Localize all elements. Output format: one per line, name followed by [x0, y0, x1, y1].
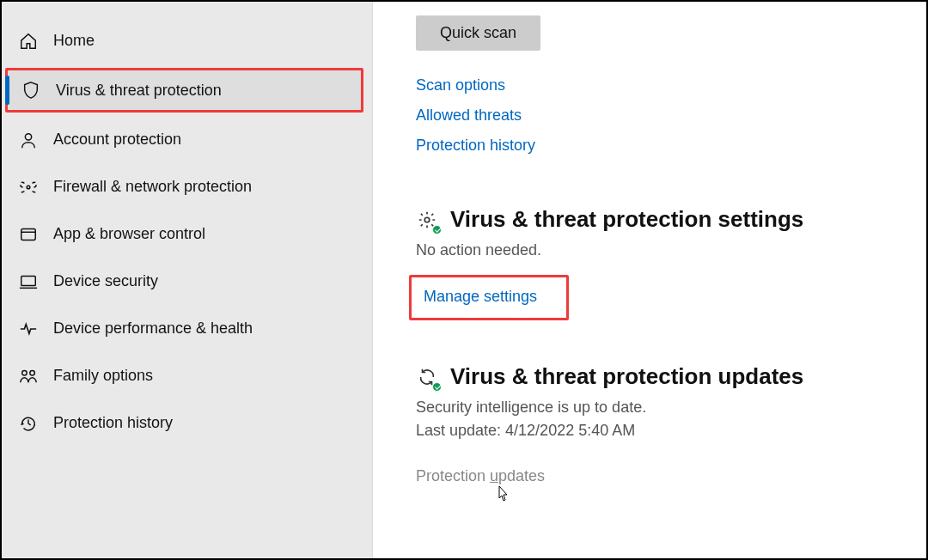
sidebar-item-label: App & browser control: [53, 225, 205, 243]
manage-settings-highlight: Manage settings: [409, 275, 569, 320]
sidebar-item-label: Family options: [53, 367, 153, 385]
sidebar-item-label: Firewall & network protection: [53, 178, 252, 196]
updates-section-header: Virus & threat protection updates: [416, 363, 901, 390]
svg-rect-2: [21, 228, 36, 240]
protection-updates-link[interactable]: Protection updates: [416, 467, 545, 485]
sidebar-item-family[interactable]: Family options: [2, 352, 372, 399]
protection-updates-text-prefix: Protection: [416, 467, 490, 484]
scan-options-link[interactable]: Scan options: [416, 76, 901, 94]
device-icon: [19, 272, 38, 291]
sidebar-item-label: Device security: [53, 272, 158, 290]
settings-section-header: Virus & threat protection settings: [416, 206, 901, 233]
manage-settings-link[interactable]: Manage settings: [424, 288, 537, 305]
shield-icon: [21, 81, 40, 100]
quick-scan-button[interactable]: Quick scan: [416, 15, 540, 51]
svg-point-8: [424, 217, 430, 222]
heartbeat-icon: [19, 320, 38, 338]
sidebar-item-label: Device performance & health: [53, 320, 253, 338]
app-icon: [19, 225, 38, 244]
sidebar-item-firewall[interactable]: Firewall & network protection: [2, 163, 372, 210]
updates-section-title: Virus & threat protection updates: [450, 363, 803, 390]
firewall-icon: [19, 178, 38, 197]
settings-section-title: Virus & threat protection settings: [450, 206, 803, 233]
allowed-threats-link[interactable]: Allowed threats: [416, 107, 901, 125]
settings-section: Virus & threat protection settings No ac…: [416, 206, 901, 320]
main-content: Quick scan Scan options Allowed threats …: [373, 2, 926, 558]
protection-updates-text-underlined: u: [490, 467, 498, 484]
status-ok-badge: [432, 382, 442, 392]
account-icon: [19, 131, 38, 149]
sidebar-item-label: Protection history: [53, 414, 173, 432]
protection-history-link[interactable]: Protection history: [416, 137, 901, 155]
settings-gear-icon: [416, 209, 438, 231]
scan-links-block: Scan options Allowed threats Protection …: [416, 76, 901, 155]
svg-point-0: [25, 133, 31, 139]
sidebar-item-device-security[interactable]: Device security: [2, 258, 372, 305]
sidebar-item-label: Home: [53, 32, 95, 50]
updates-section: Virus & threat protection updates Securi…: [416, 363, 901, 485]
last-update-text: Last update: 4/12/2022 5:40 AM: [416, 422, 901, 440]
family-icon: [19, 367, 38, 386]
status-ok-badge: [432, 225, 442, 234]
protection-updates-text-suffix: pdates: [498, 467, 545, 484]
sidebar: Home Virus & threat protection Account p…: [2, 2, 373, 558]
refresh-icon: [416, 366, 438, 388]
updates-status-text: Security intelligence is up to date.: [416, 399, 901, 417]
svg-rect-4: [21, 276, 36, 285]
mouse-cursor-icon: [493, 484, 510, 509]
svg-point-6: [22, 370, 27, 375]
settings-status-text: No action needed.: [416, 241, 901, 259]
sidebar-item-virus-protection[interactable]: Virus & threat protection: [5, 68, 363, 113]
history-icon: [19, 414, 38, 433]
sidebar-item-label: Account protection: [53, 131, 181, 149]
sidebar-item-home[interactable]: Home: [2, 17, 372, 64]
app-window: Home Virus & threat protection Account p…: [0, 0, 928, 560]
svg-point-1: [27, 186, 30, 189]
sidebar-item-history[interactable]: Protection history: [2, 399, 372, 447]
sidebar-item-account-protection[interactable]: Account protection: [2, 116, 372, 163]
sidebar-item-label: Virus & threat protection: [56, 82, 222, 100]
sidebar-item-device-performance[interactable]: Device performance & health: [2, 305, 372, 352]
svg-point-7: [30, 370, 35, 375]
home-icon: [19, 32, 38, 51]
sidebar-item-app-browser[interactable]: App & browser control: [2, 210, 372, 258]
